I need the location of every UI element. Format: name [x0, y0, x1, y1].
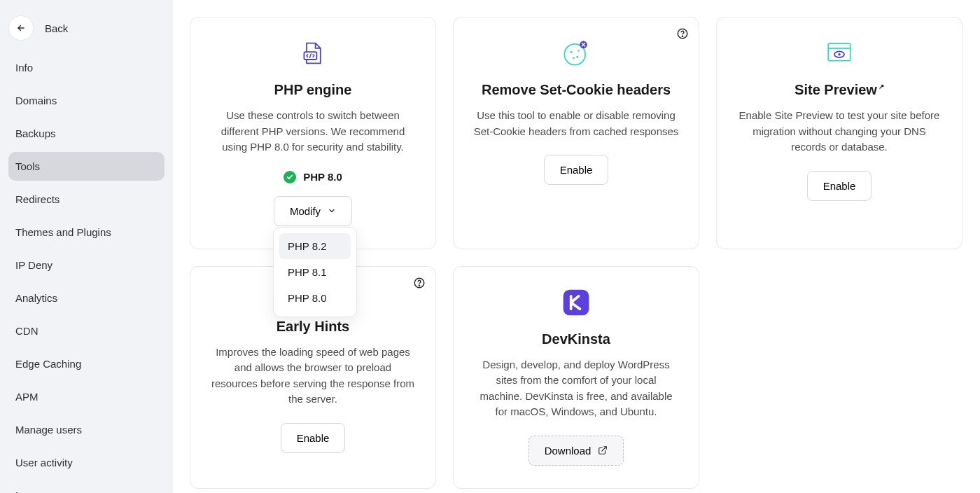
svg-point-13: [838, 53, 841, 56]
sidebar-item-tools[interactable]: Tools: [8, 152, 164, 181]
card-title: Early Hints: [276, 319, 349, 335]
back-label: Back: [45, 22, 68, 34]
sidebar-item-domains[interactable]: Domains: [8, 86, 164, 115]
php-version-label: PHP 8.0: [303, 171, 342, 183]
sidebar-item-apm[interactable]: APM: [8, 382, 164, 411]
external-link-icon: [598, 445, 608, 455]
preview-icon: [825, 37, 854, 69]
sidebar-item-info[interactable]: Info: [8, 53, 164, 82]
sidebar-item-edge-caching[interactable]: Edge Caching: [8, 349, 164, 378]
download-button[interactable]: Download: [528, 436, 624, 466]
card-remove-cookie: Remove Set-Cookie headers Use this tool …: [453, 17, 699, 249]
back-row: Back: [8, 7, 164, 53]
cookie-remove-icon: [561, 37, 591, 69]
svg-point-15: [419, 285, 419, 286]
main-content: PHP engine Use these controls to switch …: [173, 0, 980, 493]
sidebar-item-themes-plugins[interactable]: Themes and Plugins: [8, 218, 164, 246]
sidebar: Back Info Domains Backups Tools Redirect…: [0, 0, 173, 493]
modify-dropdown: PHP 8.2 PHP 8.1 PHP 8.0: [273, 227, 357, 317]
help-icon[interactable]: [413, 277, 426, 291]
card-title: DevKinsta: [542, 331, 610, 347]
enable-button[interactable]: Enable: [544, 155, 609, 185]
card-title: Site Preview↗: [794, 82, 884, 98]
dropdown-option[interactable]: PHP 8.2: [279, 233, 351, 259]
svg-point-8: [578, 50, 580, 52]
dropdown-option[interactable]: PHP 8.1: [279, 259, 351, 285]
card-php-engine: PHP engine Use these controls to switch …: [190, 17, 436, 249]
svg-point-6: [576, 56, 578, 58]
card-description: Design, develop, and deploy WordPress si…: [473, 357, 679, 420]
modify-button-label: Modify: [290, 205, 321, 217]
svg-rect-16: [564, 289, 589, 315]
card-devkinsta: DevKinsta Design, develop, and deploy Wo…: [453, 266, 699, 489]
card-title: PHP engine: [274, 82, 352, 98]
sidebar-item-manage-users[interactable]: Manage users: [8, 415, 164, 444]
cards-grid: PHP engine Use these controls to switch …: [190, 17, 967, 489]
arrow-left-icon: [16, 23, 26, 33]
sidebar-item-analytics[interactable]: Analytics: [8, 284, 164, 312]
card-description: Improves the loading speed of web pages …: [210, 345, 416, 408]
sidebar-item-logs[interactable]: Logs: [8, 481, 164, 493]
download-button-label: Download: [545, 445, 592, 457]
svg-point-3: [682, 36, 682, 36]
modify-button[interactable]: Modify: [274, 196, 352, 226]
php-file-icon: [300, 37, 326, 69]
sidebar-item-backups[interactable]: Backups: [8, 119, 164, 148]
svg-point-7: [573, 57, 575, 60]
card-title: Remove Set-Cookie headers: [482, 82, 671, 98]
sidebar-item-cdn[interactable]: CDN: [8, 317, 164, 345]
enable-button[interactable]: Enable: [807, 171, 872, 201]
check-icon: [284, 171, 296, 183]
external-indicator-icon: ↗: [878, 83, 884, 90]
card-description: Use these controls to switch between dif…: [210, 108, 416, 155]
modify-dropdown-wrap: Modify PHP 8.2 PHP 8.1 PHP 8.0: [274, 196, 352, 226]
sidebar-item-redirects[interactable]: Redirects: [8, 185, 164, 214]
card-description: Use this tool to enable or disable remov…: [473, 108, 679, 139]
help-icon[interactable]: [676, 27, 689, 42]
sidebar-item-ip-deny[interactable]: IP Deny: [8, 251, 164, 279]
svg-point-5: [570, 51, 572, 53]
chevron-down-icon: [328, 207, 336, 215]
card-site-preview: Site Preview↗ Enable Site Preview to tes…: [716, 17, 962, 249]
back-button[interactable]: [8, 15, 34, 41]
php-current-version: PHP 8.0: [284, 171, 342, 183]
devkinsta-logo-icon: [561, 286, 592, 319]
sidebar-nav: Info Domains Backups Tools Redirects The…: [8, 53, 164, 493]
svg-line-17: [602, 447, 606, 451]
enable-button[interactable]: Enable: [281, 423, 346, 453]
dropdown-option[interactable]: PHP 8.0: [279, 285, 351, 311]
card-description: Enable Site Preview to test your site be…: [736, 108, 942, 155]
sidebar-item-user-activity[interactable]: User activity: [8, 448, 164, 477]
